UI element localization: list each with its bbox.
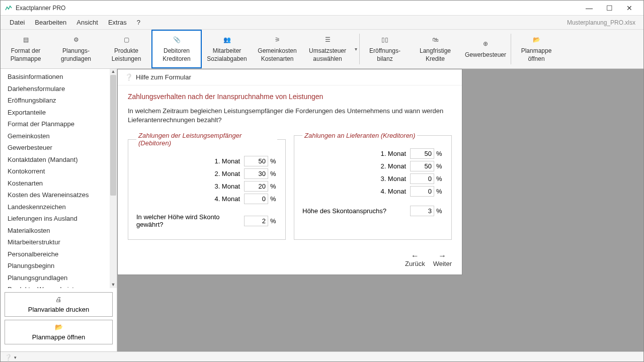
- arrow-right-icon: →: [438, 252, 446, 260]
- people-icon: 👥: [223, 35, 231, 45]
- debitors-skonto-input[interactable]: [244, 216, 268, 226]
- ribbon-langfristige-kredite[interactable]: 🛍 Langfristige Kredite: [410, 30, 460, 68]
- menu-ansicht[interactable]: Ansicht: [71, 19, 103, 26]
- open-file-name: Musterplanung_PRO.xlsx: [567, 19, 639, 26]
- tree-item[interactable]: Gewerbesteuer: [1, 142, 117, 154]
- tree-item[interactable]: Lieferungen ins Ausland: [1, 213, 117, 225]
- back-button[interactable]: ← Zurück: [405, 252, 425, 267]
- creditors-skonto-input[interactable]: [410, 206, 434, 216]
- umsatzsteuer-dropdown[interactable]: ▾: [353, 46, 359, 52]
- debitors-fieldset: Zahlungen der Leistungsempfänger (Debito…: [128, 132, 286, 240]
- app-icon: [5, 4, 13, 12]
- ribbon-planungsgrundlagen[interactable]: ⚙ Planungs- grundlagen: [51, 30, 101, 68]
- globe-icon: ⊕: [483, 39, 488, 49]
- bag-icon: 🛍: [432, 35, 438, 45]
- scroll-up-icon[interactable]: ▲: [110, 69, 117, 75]
- statusbar: ❔ ▾: [1, 351, 643, 362]
- tree-item[interactable]: Gemeinkosten: [1, 130, 117, 142]
- ribbon-umsatzsteuer[interactable]: ☰ Umsatzsteuer auswählen: [302, 30, 353, 68]
- tree-item[interactable]: Eröffnungsbilanz: [1, 95, 117, 107]
- ribbon-gewerbesteuer[interactable]: ⊕ Gewerbesteuer: [460, 30, 511, 68]
- ribbon-planmappe-oeffnen[interactable]: 📂 Planmappe öffnen: [511, 30, 561, 68]
- menu-help[interactable]: ?: [132, 19, 145, 26]
- creditors-month1-input[interactable]: [410, 148, 434, 159]
- minimize-button[interactable]: —: [579, 1, 599, 16]
- form-title: Zahlungsverhalten nach der Inanspruchnah…: [128, 93, 452, 101]
- tree-item[interactable]: Personalbereiche: [1, 248, 117, 260]
- open-planmappe-button[interactable]: 📂 Planmappe öffnen: [5, 320, 113, 344]
- box-icon: ▢: [124, 35, 129, 45]
- tree-icon: ⚞: [275, 35, 280, 45]
- help-link[interactable]: ❔ Hilfe zum Formular: [118, 69, 462, 85]
- scroll-down-icon[interactable]: ▼: [110, 282, 117, 288]
- list-icon: ☰: [325, 35, 331, 45]
- ribbon-mitarbeiter[interactable]: 👥 Mitarbeiter Sozialabgaben: [202, 30, 252, 68]
- tree-item[interactable]: Kontokorrent: [1, 165, 117, 177]
- close-button[interactable]: ✕: [619, 1, 639, 16]
- tree-item[interactable]: Basisinformationen: [1, 71, 117, 83]
- debitors-month1-input[interactable]: [244, 156, 268, 166]
- book-icon: ▯▯: [381, 35, 388, 45]
- tree-item[interactable]: Kosten des Wareneinsatzes: [1, 189, 117, 201]
- scroll-thumb[interactable]: [110, 75, 116, 196]
- ribbon-debitoren-kreditoren[interactable]: 📎 Debitoren Kreditoren: [151, 30, 202, 68]
- debitors-month2-input[interactable]: [244, 168, 268, 179]
- titlebar: Exactplanner PRO — ☐ ✕: [1, 1, 643, 16]
- menu-extras[interactable]: Extras: [103, 19, 132, 26]
- tree-item[interactable]: Format der Planmappe: [1, 118, 117, 130]
- help-icon: ❔: [125, 73, 133, 81]
- menu-datei[interactable]: Datei: [5, 19, 30, 26]
- settings-icon: ⚙: [73, 35, 79, 45]
- arrow-left-icon: ←: [411, 252, 419, 260]
- paperclip-icon: 📎: [173, 35, 181, 45]
- menu-bearbeiten[interactable]: Bearbeiten: [30, 19, 71, 26]
- form-description: In welchem Zeitraum begleichen Leistungs…: [128, 107, 452, 125]
- status-dropdown-icon[interactable]: ▾: [14, 355, 17, 360]
- creditors-fieldset: Zahlungen an Lieferanten (Kreditoren) 1.…: [294, 132, 452, 240]
- tree-item[interactable]: Landeskennzeichen: [1, 201, 117, 213]
- window-title: Exactplanner PRO: [16, 5, 579, 12]
- creditors-month2-input[interactable]: [410, 161, 434, 171]
- creditors-legend: Zahlungen an Lieferanten (Kreditoren): [302, 132, 417, 139]
- tree-item[interactable]: Mitarbeiterstruktur: [1, 236, 117, 248]
- maximize-button[interactable]: ☐: [599, 1, 619, 16]
- tree-item[interactable]: Kontaktdaten (Mandant): [1, 154, 117, 166]
- ribbon-produkte-leistungen[interactable]: ▢ Produkte Leistungen: [101, 30, 151, 68]
- creditors-month4-input[interactable]: [410, 186, 434, 197]
- tree-item[interactable]: Materialkosten: [1, 225, 117, 237]
- tree-item[interactable]: Exportanteile: [1, 107, 117, 119]
- ribbon-gemeinkosten[interactable]: ⚞ Gemeinkosten Kostenarten: [252, 30, 302, 68]
- debitors-month4-input[interactable]: [244, 194, 268, 204]
- next-button[interactable]: → Weiter: [433, 252, 452, 267]
- tree-item[interactable]: Planungsbeginn: [1, 260, 117, 272]
- print-planvariable-button[interactable]: 🖨 Planvariable drucken: [5, 292, 113, 317]
- menubar: Datei Bearbeiten Ansicht Extras ? Muster…: [1, 16, 643, 30]
- ribbon-format-planmappe[interactable]: ▤ Format der Planmappe: [1, 30, 51, 68]
- document-icon: ▤: [23, 35, 29, 45]
- folder-open-icon: 📂: [55, 323, 63, 332]
- tree-item[interactable]: Produkte, Waren, Leistungen: [1, 284, 117, 288]
- printer-icon: 🖨: [55, 296, 62, 305]
- debitors-legend: Zahlungen der Leistungsempfänger (Debito…: [136, 132, 277, 147]
- tree-item[interactable]: Kostenarten: [1, 177, 117, 190]
- sidebar: Basisinformationen Darlehensformulare Er…: [1, 69, 117, 351]
- tree: Basisinformationen Darlehensformulare Er…: [1, 69, 117, 288]
- folder-open-icon: 📂: [533, 35, 540, 45]
- ribbon: ▤ Format der Planmappe ⚙ Planungs- grund…: [1, 30, 643, 69]
- creditors-month3-input[interactable]: [410, 173, 434, 184]
- tree-item[interactable]: Planungsgrundlagen: [1, 272, 117, 284]
- form-panel: ❔ Hilfe zum Formular Zahlungsverhalten n…: [117, 69, 462, 275]
- help-icon[interactable]: ❔: [5, 354, 12, 361]
- tree-scrollbar[interactable]: ▲ ▼: [110, 69, 117, 288]
- tree-item[interactable]: Darlehensformulare: [1, 83, 117, 95]
- ribbon-eroeffnungsbilanz[interactable]: ▯▯ Eröffnungs- bilanz: [360, 30, 410, 68]
- content-area: ❔ Hilfe zum Formular Zahlungsverhalten n…: [117, 69, 643, 351]
- debitors-month3-input[interactable]: [244, 181, 268, 192]
